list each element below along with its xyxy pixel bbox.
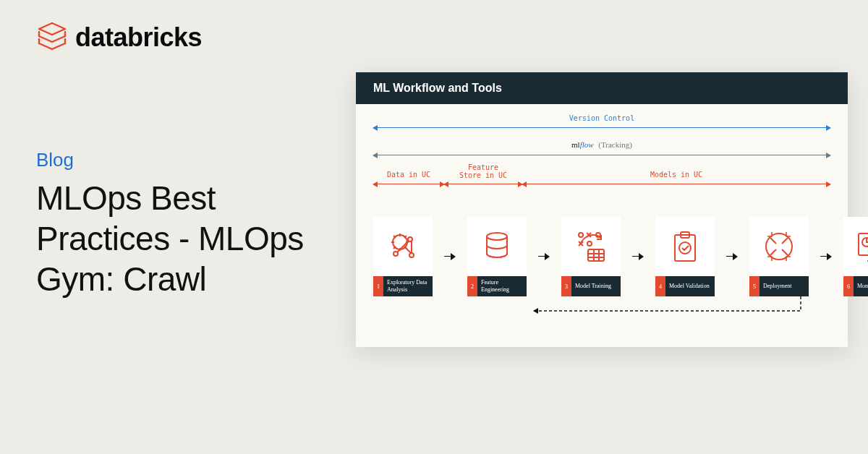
- stage-3: 3 Model Training: [561, 217, 621, 296]
- mlflow-ml: ml: [571, 140, 580, 149]
- brand-logo: databricks: [36, 20, 202, 55]
- stage-4: 4 Model Validation: [655, 217, 715, 296]
- arrow-4-5: [726, 253, 738, 260]
- workflow-stages: 1 Exploratory Data Analysis 2 Feature: [373, 217, 830, 296]
- svg-rect-8: [588, 249, 604, 261]
- category-label: Blog: [36, 149, 74, 171]
- stage-2: 2 Feature Engineering: [467, 217, 527, 296]
- svg-point-5: [579, 233, 583, 237]
- svg-point-7: [587, 241, 592, 246]
- stage-6-num: 6: [843, 276, 854, 296]
- stage-6: 6 Monitoring: [843, 217, 868, 296]
- svg-point-4: [487, 233, 507, 240]
- stage-1-label: Exploratory Data Analysis: [383, 276, 433, 296]
- svg-point-2: [409, 253, 414, 257]
- validation-icon: [655, 217, 715, 276]
- span-mlflow: mlflow (Tracking): [373, 150, 830, 165]
- stage-2-num: 2: [467, 276, 477, 296]
- arrow-1-2: [444, 253, 456, 260]
- workflow-panel: ML Workflow and Tools Version Control ml…: [356, 72, 848, 347]
- mlflow-flow: flow: [580, 140, 594, 149]
- mlflow-tracking: (Tracking): [598, 140, 632, 149]
- feedback-arrow: [373, 296, 830, 321]
- workflow-diagram: Version Control mlflow (Tracking) Data i…: [356, 104, 848, 338]
- stage-1-num: 1: [373, 276, 383, 296]
- stage-3-label: Model Training: [571, 276, 621, 296]
- stage-4-num: 4: [655, 276, 665, 296]
- stage-5-num: 5: [749, 276, 760, 296]
- training-icon: [561, 217, 621, 276]
- eda-icon: [373, 217, 433, 276]
- feature-icon: [467, 217, 527, 276]
- arrow-3-4: [632, 253, 644, 260]
- svg-point-12: [766, 234, 792, 260]
- arrow-2-3: [538, 253, 550, 260]
- stage-5: 5 Deployment: [749, 217, 809, 296]
- stage-3-num: 3: [561, 276, 571, 296]
- databricks-icon: [36, 20, 68, 55]
- stage-2-label: Feature Engineering: [477, 276, 527, 296]
- deployment-icon: [749, 217, 809, 276]
- span-version-control: Version Control: [373, 123, 830, 137]
- page-title: MLOps Best Practices - MLOps Gym: Crawl: [36, 178, 326, 299]
- stage-5-label: Deployment: [760, 276, 809, 296]
- stage-4-label: Model Validation: [665, 276, 715, 296]
- span-uc-row: Data in UC Feature Store in UC Models in…: [373, 178, 830, 195]
- stage-6-label: Monitoring: [854, 276, 868, 296]
- span-label-version-control: Version Control: [373, 114, 830, 122]
- arrow-5-6: [820, 253, 832, 260]
- brand-wordmark: databricks: [75, 22, 202, 53]
- svg-rect-9: [675, 235, 695, 261]
- panel-title: ML Workflow and Tools: [356, 72, 848, 104]
- svg-point-11: [679, 242, 691, 254]
- stage-1: 1 Exploratory Data Analysis: [373, 217, 433, 296]
- monitoring-icon: [843, 217, 868, 276]
